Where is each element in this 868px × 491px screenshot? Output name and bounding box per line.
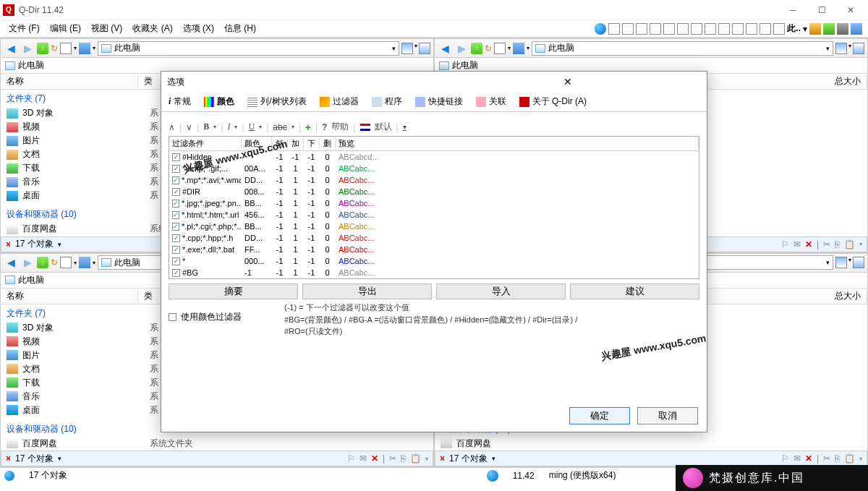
filter-row[interactable]: ✓*.exe;*.dll;*.bat FF... -1 1 -1 0 ABCab… bbox=[169, 244, 699, 255]
col-add[interactable]: 加 bbox=[288, 138, 304, 149]
view-mode[interactable] bbox=[835, 257, 847, 268]
dropdown-icon[interactable]: ▾ bbox=[826, 45, 830, 52]
tool-icon[interactable] bbox=[823, 23, 835, 35]
layout-icon[interactable] bbox=[691, 23, 702, 35]
view-icon[interactable] bbox=[513, 43, 524, 54]
forward-button[interactable]: ▶ bbox=[20, 41, 35, 56]
menu-options[interactable]: 选项 (X) bbox=[180, 21, 217, 36]
tab-general[interactable]: i常规 bbox=[166, 94, 194, 109]
list-item[interactable]: 百度网盘 系统文件夹 bbox=[1, 437, 433, 451]
layout-icon[interactable] bbox=[622, 23, 634, 35]
bold-icon[interactable]: B bbox=[203, 121, 209, 132]
delete-icon[interactable]: ✕ bbox=[805, 453, 812, 464]
menu-view[interactable]: 视图 (V) bbox=[88, 21, 125, 36]
breadcrumb[interactable]: 此电脑 bbox=[18, 274, 44, 286]
forward-button[interactable]: ▶ bbox=[20, 255, 35, 270]
layout-icon[interactable] bbox=[677, 23, 689, 35]
paste-icon[interactable]: 📋 bbox=[844, 453, 855, 464]
delete-icon[interactable]: ✕ bbox=[371, 453, 378, 464]
row-checkbox[interactable]: ✓ bbox=[172, 188, 180, 196]
row-checkbox[interactable]: ✓ bbox=[172, 234, 180, 242]
back-button[interactable]: ◀ bbox=[4, 255, 18, 270]
ok-button[interactable]: 确定 bbox=[569, 407, 630, 424]
col-header-name[interactable]: 名称 bbox=[1, 75, 138, 87]
row-checkbox[interactable]: ✓ bbox=[172, 223, 179, 231]
import-button[interactable]: 导入 bbox=[436, 283, 566, 299]
close-icon[interactable]: × bbox=[6, 239, 11, 249]
export-button[interactable]: 导出 bbox=[302, 283, 432, 299]
cut-icon[interactable]: ✂ bbox=[823, 453, 830, 464]
globe-icon[interactable] bbox=[595, 23, 606, 35]
layout-icon[interactable] bbox=[732, 23, 744, 35]
row-checkbox[interactable]: ✓ bbox=[172, 246, 180, 254]
tool-icon[interactable]: ✉ bbox=[359, 453, 367, 464]
tab-color[interactable]: 颜色 bbox=[201, 94, 237, 109]
breadcrumb[interactable]: 此电脑 bbox=[18, 59, 44, 72]
menu-file[interactable]: 文件 (F) bbox=[6, 21, 43, 36]
view-icon[interactable] bbox=[494, 43, 506, 54]
tool-icon[interactable]: ⚐ bbox=[781, 453, 789, 464]
up-button[interactable]: ↑ bbox=[37, 257, 48, 268]
view-icon[interactable] bbox=[60, 43, 72, 54]
filter-row[interactable]: ✓#DIR 008... -1 1 -1 0 ABCabc... bbox=[169, 186, 699, 197]
view-mode[interactable] bbox=[853, 43, 864, 54]
dialog-close-button[interactable]: ✕ bbox=[434, 76, 701, 87]
layout-icon[interactable] bbox=[636, 23, 647, 35]
view-icon[interactable] bbox=[79, 257, 90, 268]
col-color[interactable]: 颜色 bbox=[242, 138, 272, 149]
layout-icon[interactable] bbox=[718, 23, 730, 35]
close-icon[interactable]: × bbox=[440, 453, 445, 464]
view-mode[interactable] bbox=[419, 43, 430, 54]
default-label[interactable]: 默认 bbox=[375, 121, 392, 133]
reload-icon[interactable]: ↻ bbox=[51, 43, 58, 54]
view-mode[interactable] bbox=[853, 257, 864, 268]
col-header-size[interactable]: 总大小 bbox=[795, 75, 867, 87]
layout-icon[interactable] bbox=[650, 23, 661, 35]
view-icon[interactable] bbox=[60, 257, 72, 268]
move-down-icon[interactable]: ∨ bbox=[186, 122, 192, 132]
tab-filter[interactable]: 过滤器 bbox=[317, 94, 362, 109]
addr-label[interactable]: 此.. bbox=[787, 22, 801, 35]
filter-row[interactable]: ✓* 000... -1 1 -1 0 ABCabc... bbox=[169, 255, 699, 267]
dropdown-icon[interactable]: ▾ bbox=[492, 455, 495, 462]
col-del[interactable]: 删 bbox=[320, 138, 336, 149]
tab-assoc[interactable]: 关联 bbox=[473, 94, 509, 109]
copy-icon[interactable]: ⎘ bbox=[835, 239, 840, 249]
breadcrumb[interactable]: 此电脑 bbox=[452, 59, 478, 72]
col-condition[interactable]: 过滤条件 bbox=[169, 138, 242, 149]
tool-icon[interactable]: ⚐ bbox=[347, 453, 355, 464]
maximize-button[interactable]: ☐ bbox=[807, 0, 836, 20]
row-checkbox[interactable]: ✓ bbox=[172, 200, 179, 208]
list-item[interactable]: 百度网盘 bbox=[435, 437, 867, 451]
up-button[interactable]: ↑ bbox=[37, 43, 48, 54]
filter-row[interactable]: ✓*.bmp;*.gif;... 00A... -1 1 -1 0 ABCabc… bbox=[169, 163, 699, 174]
tool-icon[interactable]: ⚐ bbox=[781, 239, 789, 249]
cut-icon[interactable]: ✂ bbox=[823, 239, 830, 249]
dropdown-icon[interactable]: ▾ bbox=[58, 241, 61, 248]
tool-icon[interactable] bbox=[809, 23, 821, 35]
add-icon[interactable]: + bbox=[305, 121, 311, 133]
close-icon[interactable]: × bbox=[6, 453, 11, 464]
summary-button[interactable]: 摘要 bbox=[169, 283, 298, 299]
view-mode[interactable] bbox=[835, 43, 847, 54]
paste-icon[interactable]: 📋 bbox=[844, 239, 855, 249]
collapse-icon[interactable]: ▾ bbox=[403, 123, 407, 131]
dropdown-icon[interactable]: ▾ bbox=[803, 24, 807, 34]
help-icon[interactable]: ? bbox=[322, 122, 327, 132]
cancel-button[interactable]: 取消 bbox=[637, 407, 698, 424]
row-checkbox[interactable]: ✓ bbox=[172, 165, 180, 173]
row-checkbox[interactable]: ✓ bbox=[172, 257, 180, 265]
filter-row[interactable]: ✓*.mp*;*.avi;*.wma; DD... -1 1 -1 0 ABCa… bbox=[169, 174, 699, 186]
reload-icon[interactable]: ↻ bbox=[51, 257, 58, 268]
filter-row[interactable]: ✓*.cpp;*.hpp;*.h DD... -1 1 -1 0 ABCabc.… bbox=[169, 232, 699, 244]
tab-list[interactable]: 列/树状列表 bbox=[244, 94, 309, 109]
copy-icon[interactable]: ⎘ bbox=[401, 453, 406, 464]
col-header-size[interactable]: 总大小 bbox=[795, 290, 867, 302]
back-button[interactable]: ◀ bbox=[4, 41, 18, 56]
paste-icon[interactable]: 📋 bbox=[410, 453, 421, 464]
reload-icon[interactable]: ↻ bbox=[485, 43, 492, 54]
tool-icon[interactable] bbox=[837, 23, 848, 35]
filter-grid[interactable]: 过滤条件 颜色 斜 加 下 删 预览 ✓#Hidden -1 -1 -1 0 A… bbox=[169, 136, 699, 279]
row-checkbox[interactable]: ✓ bbox=[172, 176, 179, 184]
forward-button[interactable]: ▶ bbox=[454, 41, 469, 56]
